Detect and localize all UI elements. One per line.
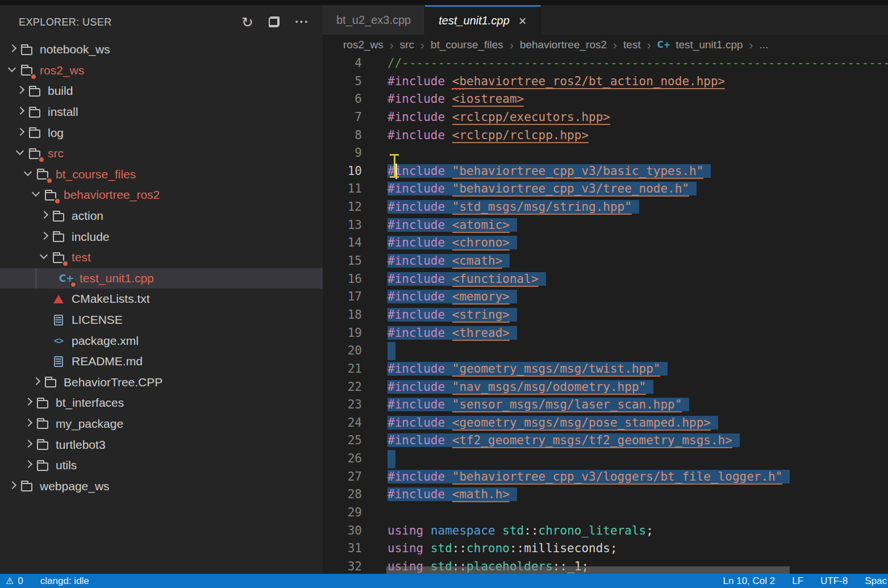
- chevron-right-icon[interactable]: [23, 439, 35, 451]
- tree-item-bt_course_files[interactable]: bt_course_files: [0, 164, 323, 185]
- chevron-down-icon[interactable]: [31, 189, 43, 201]
- status-eol-sequence[interactable]: LF: [792, 576, 803, 587]
- close-icon[interactable]: ×: [519, 14, 527, 28]
- chevron-down-icon[interactable]: [39, 251, 51, 264]
- chevron-right-icon[interactable]: [23, 418, 35, 430]
- code-line-14[interactable]: 14#include <chrono>: [323, 234, 888, 252]
- folder-icon: [35, 395, 50, 410]
- chevron-right-icon[interactable]: [15, 106, 27, 118]
- tree-item-label: test_unit1.cpp: [80, 272, 154, 285]
- tab-bt_u2_ex3.cpp[interactable]: bt_u2_ex3.cpp: [323, 5, 425, 35]
- breadcrumb-separator: ›: [420, 38, 424, 52]
- error-badge: [30, 73, 37, 80]
- tree-item-CMakeLists.txt[interactable]: CMakeLists.txt: [0, 289, 323, 310]
- code-line-29[interactable]: 29: [323, 504, 888, 522]
- line-number: 27: [323, 468, 362, 486]
- chevron-spacer: [39, 355, 51, 368]
- code-line-10[interactable]: 10#include "behaviortree_cpp_v3/basic_ty…: [323, 162, 888, 181]
- code-line-4[interactable]: 4//-------------------------------------…: [323, 55, 888, 73]
- tree-item-my_package[interactable]: my_package: [0, 414, 323, 435]
- code-line-12[interactable]: 12#include "std_msgs/msg/string.hpp": [323, 198, 888, 216]
- tree-item-install[interactable]: install: [0, 102, 323, 123]
- breadcrumb-item-ros2_ws[interactable]: ros2_ws: [343, 39, 383, 51]
- code-line-17[interactable]: 17#include <memory>: [323, 288, 888, 306]
- chevron-down-icon[interactable]: [7, 64, 19, 77]
- tree-item-BehaviorTree.CPP[interactable]: BehaviorTree.CPP: [0, 372, 323, 393]
- tree-item-include[interactable]: include: [0, 226, 323, 247]
- chevron-right-icon[interactable]: [7, 480, 19, 493]
- tree-item-notebook_ws[interactable]: notebook_ws: [0, 39, 323, 60]
- chevron-right-icon[interactable]: [23, 397, 35, 409]
- refresh-icon[interactable]: ↻: [241, 15, 253, 30]
- chevron-right-icon[interactable]: [15, 127, 27, 139]
- breadcrumb-item-behaviortree_ros2[interactable]: behaviortree_ros2: [520, 39, 607, 51]
- code-line-24[interactable]: 24#include <geometry_msgs/msg/pose_stamp…: [323, 414, 888, 432]
- code-line-27[interactable]: 27#include "behaviortree_cpp_v3/loggers/…: [323, 468, 888, 486]
- chevron-right-icon[interactable]: [39, 210, 51, 222]
- code-line-25[interactable]: 25#include <tf2_geometry_msgs/tf2_geomet…: [323, 432, 888, 450]
- chevron-right-icon[interactable]: [23, 459, 35, 472]
- tree-item-action[interactable]: action: [0, 206, 323, 227]
- code-line-19[interactable]: 19#include <thread>: [323, 324, 888, 343]
- vscode-window: EXPLORER: USER ↻ ··· notebook_wsros2_wsb…: [0, 0, 888, 588]
- code-line-11[interactable]: 11#include "behaviortree_cpp_v3/tree_nod…: [323, 180, 888, 198]
- code-text: #include "sensor_msgs/msg/laser_scan.hpp…: [387, 396, 689, 414]
- tree-item-src[interactable]: src: [0, 143, 323, 164]
- status-problems[interactable]: ⚠0: [6, 576, 23, 587]
- status-indentation[interactable]: Spac: [865, 576, 887, 587]
- code-line-20[interactable]: 20: [323, 342, 888, 360]
- code-line-15[interactable]: 15#include <cmath>: [323, 252, 888, 270]
- chevron-down-icon[interactable]: [23, 168, 35, 181]
- code-line-30[interactable]: 30using namespace std::chrono_literals;: [323, 522, 888, 540]
- more-actions-icon[interactable]: ···: [295, 16, 309, 28]
- tree-item-log[interactable]: log: [0, 122, 323, 143]
- code-line-18[interactable]: 18#include <string>: [323, 306, 888, 324]
- tree-item-test_unit1.cpp[interactable]: C+test_unit1.cpp: [0, 268, 323, 289]
- tree-item-label: build: [48, 84, 73, 98]
- tree-item-behaviortree_ros2[interactable]: behaviortree_ros2: [0, 185, 323, 206]
- code-line-5[interactable]: 5#include <behaviortree_ros2/bt_action_n…: [323, 73, 888, 91]
- tree-item-label: notebook_ws: [40, 43, 110, 56]
- code-line-28[interactable]: 28#include <math.h>: [323, 486, 888, 504]
- chevron-right-icon[interactable]: [39, 231, 51, 243]
- chevron-right-icon[interactable]: [15, 85, 27, 97]
- status-encoding[interactable]: UTF-8: [820, 576, 848, 587]
- tree-item-utils[interactable]: utils: [0, 455, 323, 476]
- tree-item-package.xml[interactable]: <>package.xml: [0, 330, 323, 351]
- code-line-6[interactable]: 6#include <iostream>: [323, 90, 888, 109]
- code-line-23[interactable]: 23#include "sensor_msgs/msg/laser_scan.h…: [323, 396, 888, 414]
- horizontal-scrollbar[interactable]: [386, 566, 790, 574]
- folder-icon: [35, 416, 50, 431]
- code-line-8[interactable]: 8#include <rclcpp/rclcpp.hpp>: [323, 127, 888, 145]
- tab-test_unit1.cpp[interactable]: test_unit1.cpp×: [425, 5, 541, 35]
- tree-item-ros2_ws[interactable]: ros2_ws: [0, 60, 323, 81]
- status-cursor-position[interactable]: Ln 10, Col 2: [723, 576, 776, 587]
- tree-item-bt_interfaces[interactable]: bt_interfaces: [0, 393, 323, 414]
- chevron-right-icon[interactable]: [7, 43, 19, 56]
- breadcrumb-item-bt_course_files[interactable]: bt_course_files: [431, 39, 503, 51]
- collapse-folders-icon[interactable]: [269, 15, 280, 30]
- breadcrumb-item-test[interactable]: test: [623, 39, 641, 51]
- tree-item-build[interactable]: build: [0, 81, 323, 102]
- chevron-down-icon[interactable]: [15, 147, 27, 160]
- breadcrumb-item-...[interactable]: ...: [760, 39, 769, 51]
- code-line-26[interactable]: 26: [323, 450, 888, 468]
- code-line-16[interactable]: 16#include <functional>: [323, 270, 888, 289]
- code-line-9[interactable]: 9: [323, 144, 888, 162]
- code-line-7[interactable]: 7#include <rclcpp/executors.hpp>: [323, 109, 888, 127]
- code-line-21[interactable]: 21#include "geometry_msgs/msg/twist.hpp": [323, 360, 888, 378]
- code-line-22[interactable]: 22#include "nav_msgs/msg/odometry.hpp": [323, 378, 888, 397]
- breadcrumb-item-src[interactable]: src: [400, 39, 414, 51]
- tree-item-webpage_ws[interactable]: webpage_ws: [0, 476, 323, 497]
- tree-item-test[interactable]: test: [0, 247, 323, 268]
- breadcrumb-item-test_unit1.cpp[interactable]: test_unit1.cpp: [676, 39, 743, 51]
- status-text: clangd: idle: [40, 576, 89, 587]
- status-clangd-status[interactable]: clangd: idle: [40, 576, 89, 587]
- chevron-right-icon[interactable]: [31, 376, 43, 389]
- tree-item-turtlebot3[interactable]: turtlebot3: [0, 434, 323, 455]
- code-line-31[interactable]: 31using std::chrono::milliseconds;: [323, 540, 888, 558]
- code-editor[interactable]: 4//-------------------------------------…: [323, 55, 888, 574]
- tree-item-README.md[interactable]: README.md: [0, 351, 323, 372]
- tree-item-LICENSE[interactable]: LICENSE: [0, 310, 323, 331]
- code-line-13[interactable]: 13#include <atomic>: [323, 216, 888, 235]
